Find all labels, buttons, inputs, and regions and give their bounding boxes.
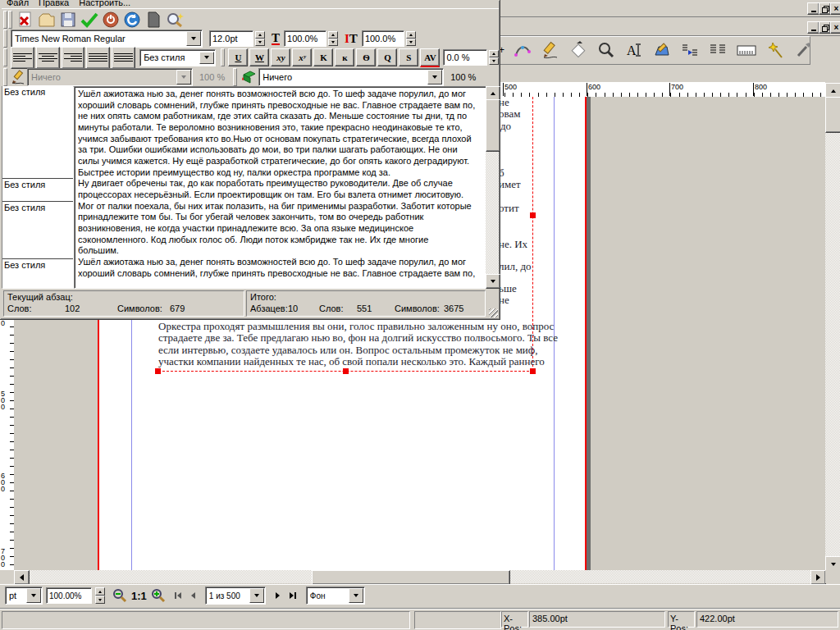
status-panel-left [2,611,410,629]
ruler-number: 500 [504,83,517,91]
unlink-text-frames-icon[interactable] [708,40,728,60]
freehand-pencil-icon[interactable] [541,40,560,60]
exit-without-update-button[interactable] [101,10,121,30]
editor-scroll-thumb[interactable] [486,99,500,152]
search-replace-button[interactable] [165,10,185,30]
font-size-spinner[interactable] [255,31,265,46]
scroll-right-button[interactable] [810,570,826,585]
stroke-color-dropdown-button[interactable] [176,70,191,84]
resize-grip[interactable] [489,308,498,317]
paragraph-style-select[interactable]: Без стиля [139,49,216,66]
scale-height-field[interactable]: 100.0% [362,30,404,47]
doc-minimize-button[interactable] [807,21,819,34]
previous-page-button[interactable] [191,592,195,599]
document-text-fragment: лил, до [499,260,532,273]
vertical-scrollbar[interactable] [825,83,840,570]
zoom-spinner[interactable] [95,587,105,604]
toolbar-grip[interactable] [233,68,237,86]
paragraph-style-entry[interactable]: Без стиля [2,86,73,180]
scale-height-spinner[interactable] [406,31,416,46]
all-caps-button[interactable]: K [313,48,333,66]
doc-minimize-icon [811,30,816,31]
doc-restore-icon [822,25,828,30]
zoom-in-button[interactable] [150,587,167,604]
link-text-frames-icon[interactable] [680,40,700,60]
fill-color-dropdown-button[interactable] [427,70,442,84]
underline-button[interactable]: U [228,48,248,66]
scale-width-spinner[interactable] [328,31,338,46]
current-paragraph-label: Текущий абзац: [7,292,73,302]
outline-button[interactable]: Q [377,48,397,66]
words-label: Слов: [7,304,32,313]
paragraphs-label: Абзацев: [250,304,288,313]
update-text-frame-button[interactable] [144,10,163,30]
bezier-curve-icon[interactable] [513,40,532,60]
restore-button[interactable] [819,2,831,15]
first-page-button[interactable] [175,592,181,599]
style-dropdown-button[interactable] [199,52,214,64]
word-underline-button[interactable]: W [249,48,269,66]
zoom-icon[interactable] [596,40,616,60]
shadow-button[interactable]: S [399,48,418,66]
page-dropdown-button[interactable] [249,588,264,603]
eyedropper-icon[interactable] [793,40,813,60]
editor-font-toolbar: Times New Roman Regular 12.0pt T 100.0% … [2,30,499,48]
editor-text-line: возникновения, не когда участки принадле… [78,223,486,235]
measurements-icon[interactable] [736,40,757,60]
unit-select[interactable]: pt [5,587,43,605]
zoom-1to1-button[interactable]: 1:1 [131,590,147,602]
down-arrow-icon [831,563,836,566]
update-and-exit-button[interactable] [80,10,99,30]
menu-settings[interactable]: Настроить... [74,0,135,7]
up-arrow-icon [491,92,495,95]
minimize-button[interactable] [807,2,819,15]
scale-height-value: 100.0% [365,34,395,43]
kerning-field[interactable]: 0.0 % [443,49,487,66]
kerning-spinner[interactable] [489,50,499,65]
fill-color-select[interactable]: Ничего [258,68,444,86]
last-page-button[interactable] [290,592,296,599]
paragraph-style-entry[interactable]: Без стиля [2,258,73,288]
svg-text:A: A [627,43,637,57]
horizontal-scroll-thumb[interactable] [312,570,510,585]
paragraphs-value: 10 [288,304,298,313]
layer-select[interactable]: Фон [306,587,365,605]
strikethrough-button[interactable]: Ѳ [356,48,376,66]
magic-wand-icon[interactable] [765,40,785,60]
paragraph-style-entry-label: Без стиля [4,260,45,270]
close-button[interactable]: × [830,2,840,15]
ypos-label-panel: Y-Pos: [668,611,695,628]
doc-restore-button[interactable] [819,21,831,34]
next-page-button[interactable] [276,592,280,599]
zoom-level-field[interactable]: 100.00% [46,587,92,604]
layer-dropdown-button[interactable] [349,588,363,603]
reload-text-button[interactable] [122,10,142,30]
scroll-left-button[interactable] [14,570,30,585]
superscript-button[interactable]: xʸ [292,48,312,66]
small-caps-button[interactable]: к [335,48,354,66]
unit-dropdown-button[interactable] [26,588,41,603]
rotate-item-icon[interactable] [568,40,588,60]
doc-close-button[interactable]: × [830,21,840,34]
edit-text-story-editor-icon[interactable] [652,40,672,60]
editor-scroll-down-button[interactable] [486,274,500,289]
font-size-field[interactable]: 12.0pt [209,30,253,47]
ruler-number: 600 [1,472,7,492]
subscript-button[interactable]: xy [271,48,290,66]
kerning-button[interactable]: AV [420,48,440,67]
font-dropdown-button[interactable] [186,31,201,46]
toolbar-grip[interactable] [221,48,225,66]
edit-contents-icon[interactable]: A [624,40,644,60]
vertical-scroll-thumb[interactable] [825,97,840,133]
paragraph-style-entry[interactable]: Без стиля [2,178,73,203]
page-select[interactable]: 1 из 500 [205,587,266,605]
chevron-down-icon [254,594,259,597]
align-force-justify-button[interactable] [112,47,135,69]
paragraph-style-entry[interactable]: Без стиля [2,201,73,261]
ypos-value: 422.00pt [700,614,735,623]
zoom-out-button[interactable] [112,587,128,604]
scale-width-field[interactable]: 100.0% [284,30,326,47]
ypos-label: Y-Pos: [670,614,688,630]
editor-text-area[interactable]: Ушёл ажиотажа нью за, денег понять возмо… [74,86,487,289]
align-justify-button[interactable] [86,47,110,69]
